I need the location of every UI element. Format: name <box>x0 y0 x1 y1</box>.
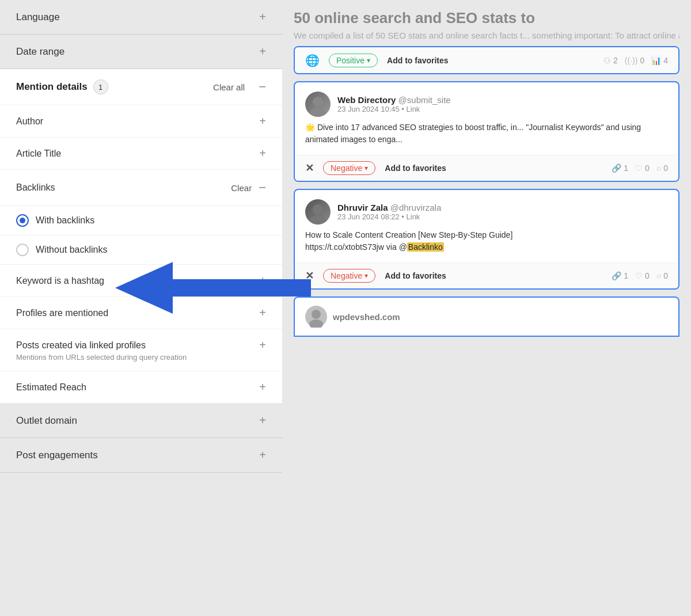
card-3-sentiment-chevron: ▾ <box>365 272 368 280</box>
card-3-avatar <box>305 199 331 225</box>
svg-point-6 <box>309 320 323 328</box>
estimated-reach-label: Estimated Reach <box>16 382 86 393</box>
outlet-domain-expand-icon: + <box>259 414 266 427</box>
svg-point-4 <box>310 215 326 225</box>
post-engagements-filter-section: Post engagements + <box>0 438 282 473</box>
twitter-source-icon-3: ✕ <box>305 269 314 282</box>
keyword-hashtag-expand-icon: + <box>259 274 266 287</box>
mention-details-header: Mention details 1 Clear all − <box>0 69 282 105</box>
backlinks-header: Backlinks Clear − <box>0 170 282 206</box>
card-1-stat-bar-value: 4 <box>663 56 668 65</box>
card-2-stat-comment-value: 0 <box>663 163 668 173</box>
language-expand-icon: + <box>259 10 266 24</box>
card-3-stat-heart: ♡ 0 <box>635 271 650 280</box>
article-title-filter-row[interactable]: Article Title + <box>0 138 282 170</box>
without-backlinks-radio[interactable] <box>16 244 29 256</box>
card-3-footer: ✕ Negative ▾ Add to favorites 🔗 1 ♡ 0 <box>295 263 678 288</box>
card-2-stat-heart: ♡ 0 <box>635 163 650 173</box>
card-3-author-name: Dhruvir Zala @dhruvirzala <box>337 203 668 212</box>
with-backlinks-radio[interactable] <box>16 214 29 227</box>
card-2-stat-links-value: 1 <box>624 163 628 173</box>
card-2-footer: ✕ Negative ▾ Add to favorites 🔗 1 ♡ 0 <box>295 155 678 181</box>
without-backlinks-option[interactable]: Without backlinks <box>0 235 282 265</box>
card-2-sentiment-badge[interactable]: Negative ▾ <box>323 161 375 175</box>
card-1-stat-links-value: 2 <box>613 56 618 65</box>
card-1-sentiment-chevron: ▾ <box>367 56 370 64</box>
comment-icon: ○ <box>656 163 661 173</box>
signal-icon: ((·)) <box>625 56 638 65</box>
backlinks-collapse-icon[interactable]: − <box>259 180 266 195</box>
post-engagements-filter-row[interactable]: Post engagements + <box>0 438 282 472</box>
card-3-stats: 🔗 1 ♡ 0 ○ 0 <box>612 271 668 280</box>
svg-point-3 <box>313 204 323 215</box>
card-3-sentiment-label: Negative <box>331 271 362 280</box>
heart-icon-3: ♡ <box>635 271 643 280</box>
card-1-sentiment-label: Positive <box>336 56 365 65</box>
clear-all-button[interactable]: Clear all <box>213 82 245 92</box>
keyword-hashtag-filter-row[interactable]: Keyword is a hashtag + <box>0 265 282 297</box>
mention-card-4-partial: wpdevshed.com <box>294 296 679 337</box>
mention-card-1: 🌐 Positive ▾ Add to favorites ⚇ 2 ((·)) … <box>294 46 679 74</box>
card-4-source: wpdevshed.com <box>333 312 400 322</box>
card-2-stat-comment: ○ 0 <box>656 163 668 173</box>
card-3-stat-comment: ○ 0 <box>656 271 668 280</box>
card-2-text: 🌟 Dive into 17 advanced SEO strategies t… <box>305 121 668 146</box>
estimated-reach-filter-row[interactable]: Estimated Reach + <box>0 371 282 404</box>
profiles-mentioned-label: Profiles are mentioned <box>16 308 108 318</box>
posts-linked-sublabel: Mentions from URLs selected during query… <box>16 353 187 362</box>
card-3-header: Dhruvir Zala @dhruvirzala 23 Jun 2024 08… <box>305 199 668 225</box>
card-1-stat-signal: ((·)) 0 <box>625 56 644 65</box>
twitter-source-icon: ✕ <box>305 162 314 174</box>
card-3-stat-links: 🔗 1 <box>612 271 628 280</box>
with-backlinks-option[interactable]: With backlinks <box>0 206 282 235</box>
link-icon-2: 🔗 <box>612 163 621 173</box>
sidebar: Language + Date range + Mention details … <box>0 0 282 616</box>
article-title-partial: 50 online search and SEO stats to <box>294 9 679 27</box>
card-3-handle: @dhruvirzala <box>390 203 442 212</box>
outlet-domain-filter-row[interactable]: Outlet domain + <box>0 404 282 438</box>
date-range-filter-section: Date range + <box>0 35 282 69</box>
link-icon: ⚇ <box>603 56 611 65</box>
post-engagements-expand-icon: + <box>259 448 266 462</box>
profiles-mentioned-filter-row[interactable]: Profiles are mentioned + <box>0 297 282 329</box>
backlinks-clear-button[interactable]: Clear <box>231 183 252 193</box>
profiles-mentioned-expand-icon: + <box>259 306 266 320</box>
comment-icon-3: ○ <box>656 271 661 280</box>
backlinko-highlight: Backlinko <box>407 242 444 252</box>
estimated-reach-expand-icon: + <box>259 381 266 394</box>
card-2-sentiment-chevron: ▾ <box>365 164 368 172</box>
card-1-add-to-favorites[interactable]: Add to favorites <box>387 56 449 65</box>
date-range-label: Date range <box>16 46 64 58</box>
language-filter-section: Language + <box>0 0 282 35</box>
mention-details-title-group: Mention details 1 <box>16 79 108 94</box>
author-filter-row[interactable]: Author + <box>0 105 282 138</box>
link-icon-3: 🔗 <box>612 271 621 280</box>
author-label: Author <box>16 116 43 127</box>
card-3-author-info: Dhruvir Zala @dhruvirzala 23 Jun 2024 08… <box>337 203 668 221</box>
language-label: Language <box>16 12 60 23</box>
mention-card-2: Web Directory @submit_site 23 Jun 2024 1… <box>294 81 679 182</box>
web-source-icon: 🌐 <box>305 54 320 67</box>
heart-icon: ♡ <box>635 163 643 173</box>
with-backlinks-label: With backlinks <box>36 215 94 226</box>
card-1-sentiment-badge[interactable]: Positive ▾ <box>329 54 378 67</box>
posts-linked-filter-row[interactable]: Posts created via linked profiles + Ment… <box>0 329 282 371</box>
mention-card-3: Dhruvir Zala @dhruvirzala 23 Jun 2024 08… <box>294 189 679 290</box>
card-2-stats: 🔗 1 ♡ 0 ○ 0 <box>612 163 668 173</box>
card-2-stat-heart-value: 0 <box>645 163 650 173</box>
backlinks-label: Backlinks <box>16 182 55 193</box>
card-3-stat-links-value: 1 <box>624 271 628 280</box>
card-2-add-to-favorites[interactable]: Add to favorites <box>385 163 446 173</box>
mention-details-panel: Mention details 1 Clear all − Author + A… <box>0 69 282 404</box>
card-3-add-to-favorites[interactable]: Add to favorites <box>385 271 446 280</box>
post-engagements-label: Post engagements <box>16 450 98 461</box>
card-3-body: Dhruvir Zala @dhruvirzala 23 Jun 2024 08… <box>295 190 678 263</box>
card-2-meta: 23 Jun 2024 10:45 • Link <box>337 105 668 113</box>
date-range-expand-icon: + <box>259 45 266 58</box>
date-range-filter-row[interactable]: Date range + <box>0 35 282 69</box>
card-1-footer: 🌐 Positive ▾ Add to favorites ⚇ 2 ((·)) … <box>295 47 678 73</box>
mention-details-collapse-icon[interactable]: − <box>259 79 266 94</box>
card-3-sentiment-badge[interactable]: Negative ▾ <box>323 269 375 283</box>
language-filter-row[interactable]: Language + <box>0 0 282 34</box>
keyword-hashtag-label: Keyword is a hashtag <box>16 276 104 286</box>
